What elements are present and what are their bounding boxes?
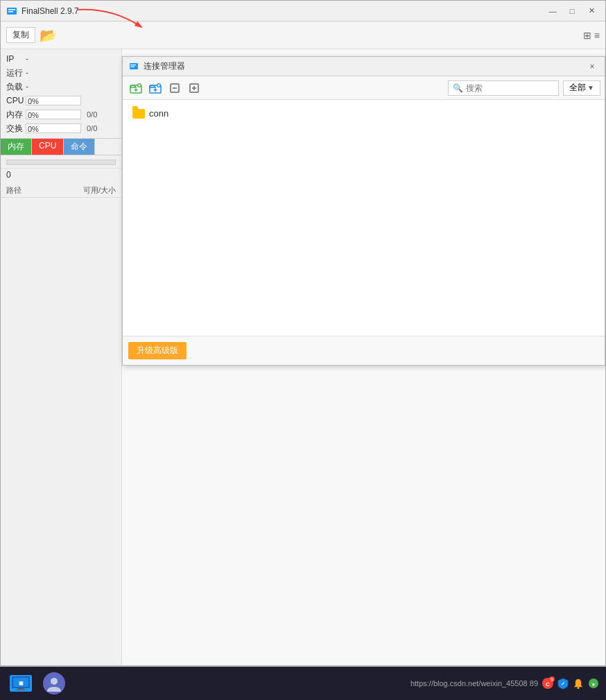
disk-col-path-label: 路径: [6, 185, 74, 196]
dialog-toolbar: 🔍 全部 ▼: [123, 76, 605, 100]
connection-name-conn: conn: [149, 108, 168, 119]
svg-rect-2: [8, 11, 13, 12]
tab-memory[interactable]: 内存: [1, 139, 32, 155]
stat-swap: 交换 0% 0/0: [1, 121, 121, 135]
tab-bar: 内存 CPU 命令: [1, 138, 121, 155]
taskbar-monitor[interactable]: ▣: [6, 669, 36, 697]
memory-extra: 0/0: [87, 110, 97, 119]
open-folder-icon[interactable]: 📂: [38, 26, 58, 45]
user-avatar: [43, 672, 65, 694]
grid-view-icon[interactable]: ⊞: [583, 30, 591, 41]
connection-manager-dialog: 连接管理器 ×: [122, 56, 605, 366]
stat-load: 负载 -: [1, 80, 121, 94]
taskbar-tray-icons: C 9 ✓ ●: [541, 676, 600, 690]
stats-section: IP - 运行 - 负载 - CPU: [1, 49, 121, 138]
add-folder-button[interactable]: [127, 79, 145, 97]
taskbar-url: https://blog.csdn.net/weixin_45508 89: [410, 679, 538, 688]
stat-uptime-label: 运行: [6, 67, 26, 79]
tray-icon-csdn[interactable]: C 9: [541, 676, 555, 690]
stat-cpu: CPU 0%: [1, 94, 121, 108]
progress-bar: [6, 160, 116, 165]
disk-section: 路径 可用/大小: [1, 181, 121, 665]
search-icon: 🔍: [453, 83, 463, 93]
copy-button[interactable]: 复制: [6, 27, 35, 43]
tab-command[interactable]: 命令: [64, 139, 95, 155]
dialog-overlay: 连接管理器 ×: [122, 49, 605, 665]
stat-memory: 内存 0% 0/0: [1, 108, 121, 121]
tray-badge: 9: [549, 676, 555, 682]
search-input[interactable]: [466, 83, 554, 93]
upgrade-button[interactable]: 升级高级版: [128, 342, 187, 359]
swap-extra: 0/0: [87, 124, 97, 133]
taskbar-avatar[interactable]: [39, 669, 69, 697]
tray-icon-bell[interactable]: [571, 676, 585, 690]
dialog-app-icon: [128, 61, 139, 72]
svg-point-30: [51, 678, 58, 685]
left-bottom: 0 路径 可用/大小: [1, 155, 121, 665]
add-connection-button[interactable]: [146, 79, 164, 97]
disk-col-size-label: 可用/大小: [74, 185, 116, 196]
search-box: 🔍: [448, 80, 559, 96]
tab-cpu[interactable]: CPU: [32, 139, 64, 155]
filter-dropdown-icon: ▼: [587, 84, 594, 92]
stat-ip-value: -: [26, 54, 28, 64]
maximize-button[interactable]: □: [564, 5, 580, 17]
right-panel: 连接管理器 ×: [122, 49, 605, 665]
stat-memory-label: 内存: [6, 109, 26, 121]
filter-button[interactable]: 全部 ▼: [563, 80, 600, 96]
dialog-close-button[interactable]: ×: [585, 60, 599, 74]
dialog-title-text: 连接管理器: [144, 60, 585, 72]
svg-text:●: ●: [592, 681, 596, 688]
filter-label: 全部: [569, 82, 586, 94]
disk-header: 路径 可用/大小: [1, 184, 121, 198]
dialog-content[interactable]: conn: [123, 100, 605, 336]
svg-text:C: C: [546, 681, 550, 688]
svg-rect-5: [130, 65, 136, 65]
connection-item-conn[interactable]: conn: [128, 105, 599, 121]
svg-rect-6: [130, 66, 135, 67]
stat-swap-label: 交换: [6, 123, 26, 135]
number-display: 0: [1, 169, 121, 181]
progress-section: [1, 155, 121, 169]
monitor-icon: ▣: [10, 675, 32, 692]
dialog-title-bar: 连接管理器 ×: [123, 57, 605, 76]
stat-load-value: -: [26, 82, 28, 92]
close-button[interactable]: ✕: [583, 5, 600, 17]
app-window: FinalShell 2.9.7 — □ ✕ 复制 📂 ⊞ ≡: [0, 0, 606, 666]
title-bar: FinalShell 2.9.7 — □ ✕: [1, 1, 605, 22]
svg-text:▣: ▣: [19, 681, 24, 685]
stat-uptime: 运行 -: [1, 66, 121, 80]
window-controls: — □ ✕: [544, 5, 600, 17]
swap-bar: 0%: [26, 123, 81, 133]
svg-point-34: [578, 687, 580, 689]
stat-ip-label: IP: [6, 54, 26, 64]
svg-rect-1: [8, 9, 15, 10]
cpu-bar: 0%: [26, 96, 81, 105]
stat-ip: IP -: [1, 52, 121, 66]
svg-rect-27: [16, 689, 26, 690]
svg-text:✓: ✓: [561, 681, 565, 686]
main-content: IP - 运行 - 负载 - CPU: [1, 49, 605, 665]
app-icon: [6, 6, 17, 17]
left-panel: IP - 运行 - 负载 - CPU: [1, 49, 122, 665]
stat-uptime-value: -: [26, 68, 28, 78]
taskbar: ▣ https://blog.csdn.net/weixin_45508 89 …: [0, 667, 606, 700]
dialog-footer: 升级高级版: [123, 336, 605, 365]
collapse-button[interactable]: [166, 79, 184, 97]
minimize-button[interactable]: —: [544, 5, 561, 17]
main-toolbar: 复制 📂 ⊞ ≡: [1, 22, 605, 49]
tray-icon-shield[interactable]: ✓: [556, 676, 570, 690]
memory-bar: 0%: [26, 110, 81, 119]
dialog-search-area: 🔍 全部 ▼: [205, 80, 600, 96]
app-title: FinalShell 2.9.7: [21, 6, 544, 16]
folder-icon-conn: [132, 109, 145, 119]
expand-button[interactable]: [185, 79, 203, 97]
stat-cpu-label: CPU: [6, 96, 26, 105]
stat-load-label: 负载: [6, 81, 26, 93]
tray-icon-extra[interactable]: ●: [587, 676, 600, 690]
menu-icon[interactable]: ≡: [594, 30, 600, 41]
